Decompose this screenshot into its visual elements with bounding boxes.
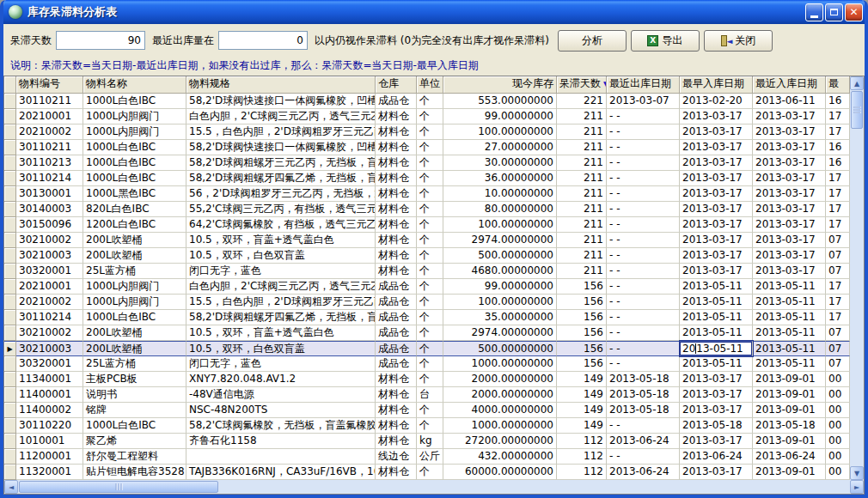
cell-spec[interactable]: 58,2'D球阀粗螺牙四氟乙烯，无挡板，盲盖 [186, 171, 376, 186]
row-selector[interactable] [4, 279, 16, 295]
cell-warehouse[interactable]: 材料仓 [376, 109, 417, 125]
cell-item-code[interactable]: 30110213 [16, 155, 83, 171]
cell-first-inbound-date[interactable]: 2013-03-17 [680, 202, 753, 217]
table-row[interactable]: 11320001贴片钽电解电容3528TAJB336K016RNJ，CA33uF… [4, 465, 850, 480]
cell-stock[interactable]: 60000.00000000 [443, 465, 557, 480]
cell-spec[interactable]: 15.5，白色内胆，2'D球阀粗罗牙三元乙丙 [186, 125, 376, 140]
cell-stagnant-days[interactable]: 156 [557, 356, 607, 372]
table-row[interactable]: 11200001舒尔曼工程塑料线边仓公斤432.00000000112- -20… [4, 449, 850, 465]
cell-item-code[interactable]: 30140003 [16, 202, 83, 217]
cell-first-inbound-date[interactable]: 2013-03-17 [680, 434, 753, 449]
cell-last-outbound-date[interactable]: - - [607, 171, 680, 186]
cell-unit[interactable]: 个 [417, 248, 443, 264]
cell-extra[interactable]: 17 [826, 109, 850, 125]
cell-item-name[interactable]: 1000L白色IBC [83, 171, 186, 186]
cell-extra[interactable]: 07 [826, 264, 850, 279]
cell-extra[interactable]: 00 [826, 372, 850, 387]
cell-item-name[interactable]: 主板PCB板 [83, 372, 186, 387]
cell-last-outbound-date[interactable]: 2013-05-18 [607, 387, 680, 403]
cell-stagnant-days[interactable]: 149 [557, 387, 607, 403]
cell-warehouse[interactable]: 成品仓 [376, 356, 417, 372]
cell-extra[interactable]: 17 [826, 310, 850, 325]
stagnant-days-input[interactable] [56, 31, 145, 50]
cell-item-name[interactable]: 1000L白色IBC [83, 94, 186, 109]
cell-spec[interactable]: -48V通信电源 [186, 387, 376, 403]
column-header-unit[interactable]: 单位 [417, 76, 443, 94]
cell-stock[interactable]: 1000.00000000 [443, 418, 557, 434]
cell-item-name[interactable]: 1000L内胆阀门 [83, 109, 186, 125]
cell-first-inbound-date[interactable]: 2013-03-17 [680, 186, 753, 202]
horizontal-scroll-thumb[interactable] [19, 481, 218, 493]
cell-last-inbound-date[interactable]: 2013-03-17 [753, 233, 826, 248]
cell-warehouse[interactable]: 材料仓 [376, 434, 417, 449]
cell-last-outbound-date[interactable]: 2013-05-18 [607, 372, 680, 387]
cell-extra[interactable]: 00 [826, 465, 850, 480]
cell-last-inbound-date[interactable]: 2013-05-11 [753, 310, 826, 325]
table-row[interactable]: 202100011000L内胆阀门白色内胆，2'C球阀三元乙丙，透气三元乙材料仓… [4, 109, 850, 125]
cell-warehouse[interactable]: 材料仓 [376, 125, 417, 140]
cell-extra[interactable]: 16 [826, 155, 850, 171]
cell-item-code[interactable]: 30150096 [16, 217, 83, 233]
cell-item-code[interactable]: 30110211 [16, 140, 83, 155]
scroll-up-icon[interactable]: ▲ [850, 76, 864, 90]
cell-stagnant-days[interactable]: 149 [557, 418, 607, 434]
column-header-last-outbound-date[interactable]: 最近出库日期 [607, 76, 680, 94]
table-row[interactable]: 1010001聚乙烯齐鲁石化1158材料仓kg27200.00000000112… [4, 434, 850, 449]
cell-stagnant-days[interactable]: 149 [557, 403, 607, 418]
cell-last-inbound-date[interactable]: 2013-03-17 [753, 264, 826, 279]
cell-last-inbound-date[interactable]: 2013-05-18 [753, 418, 826, 434]
horizontal-scroll-track[interactable] [218, 480, 850, 494]
cell-first-inbound-date[interactable]: 2013-06-24 [680, 449, 753, 465]
cell-warehouse[interactable]: 线边仓 [376, 449, 417, 465]
row-header-corner[interactable] [4, 76, 16, 94]
cell-last-outbound-date[interactable]: - - [607, 279, 680, 295]
cell-stock[interactable]: 500.00000000 [443, 341, 557, 356]
cell-stagnant-days[interactable]: 149 [557, 372, 607, 387]
cell-spec[interactable]: 闭口无字，蓝色 [186, 264, 376, 279]
row-selector[interactable] [4, 109, 16, 125]
cell-extra[interactable]: 07 [826, 325, 850, 341]
cell-item-code[interactable]: 20210001 [16, 109, 83, 125]
table-row[interactable]: 202100021000L内胆阀门15.5，白色内胆，2'D球阀粗罗牙三元乙丙成… [4, 295, 850, 310]
cell-stagnant-days[interactable]: 211 [557, 140, 607, 155]
cell-unit[interactable]: 个 [417, 279, 443, 295]
cell-stagnant-days[interactable]: 112 [557, 449, 607, 465]
cell-first-inbound-date[interactable]: 2013-03-17 [680, 387, 753, 403]
table-row[interactable]: 301102111000L白色IBC58,2'D球阀快速接口一体阀氟橡胶，凹槽,… [4, 94, 850, 109]
table-row[interactable]: 3032000125L蓝方桶闭口无字，蓝色材料仓个4680.0000000021… [4, 264, 850, 279]
cell-stagnant-days[interactable]: 211 [557, 217, 607, 233]
cell-last-outbound-date[interactable]: - - [607, 356, 680, 372]
cell-stagnant-days[interactable]: 156 [557, 279, 607, 295]
table-row[interactable]: 301102201000L白色IBC58,2'C球阀氟橡胶，无挡板，盲盖氟橡胶，… [4, 418, 850, 434]
cell-stock[interactable]: 432.00000000 [443, 449, 557, 465]
cell-warehouse[interactable]: 成品仓 [376, 310, 417, 325]
row-selector[interactable] [4, 356, 16, 372]
cell-item-name[interactable]: 25L蓝方桶 [83, 264, 186, 279]
cell-extra[interactable]: 17 [826, 171, 850, 186]
cell-last-inbound-date[interactable]: 2013-05-11 [753, 279, 826, 295]
cell-warehouse[interactable]: 材料仓 [376, 155, 417, 171]
row-selector[interactable] [4, 434, 16, 449]
cell-stock[interactable]: 553.00000000 [443, 94, 557, 109]
horizontal-scrollbar[interactable]: ◄ ► [4, 480, 864, 494]
cell-item-name[interactable]: 说明书 [83, 387, 186, 403]
cell-stagnant-days[interactable]: 211 [557, 171, 607, 186]
close-button[interactable]: ✕ [845, 3, 863, 21]
table-row[interactable]: 301102131000L白色IBC58,2'D球阀粗螺牙三元乙丙，无挡板，盲盖… [4, 155, 850, 171]
cell-warehouse[interactable]: 材料仓 [376, 233, 417, 248]
column-header-stock[interactable]: 现今库存 [443, 76, 557, 94]
cell-last-inbound-date[interactable]: 2013-05-11 [753, 325, 826, 341]
cell-spec[interactable]: 白色内胆，2'C球阀三元乙丙，透气三元乙 [186, 109, 376, 125]
cell-unit[interactable]: 个 [417, 233, 443, 248]
cell-unit[interactable]: kg [417, 434, 443, 449]
cell-last-inbound-date[interactable]: 2013-03-17 [753, 109, 826, 125]
cell-last-outbound-date[interactable]: - - [607, 217, 680, 233]
cell-first-inbound-date[interactable]: 2013-03-17 [680, 403, 753, 418]
cell-item-name[interactable]: 1000L内胆阀门 [83, 125, 186, 140]
cell-unit[interactable]: 个 [417, 155, 443, 171]
cell-warehouse[interactable]: 材料仓 [376, 403, 417, 418]
cell-unit[interactable]: 个 [417, 109, 443, 125]
cell-spec[interactable]: 55,2'C球阀三元乙丙，有挡板，透气三元乙 [186, 202, 376, 217]
column-header-last-inbound-date[interactable]: 最近入库日期 [753, 76, 826, 94]
table-row[interactable]: 3032000125L蓝方桶闭口无字，蓝色成品仓个1000.0000000015… [4, 356, 850, 372]
